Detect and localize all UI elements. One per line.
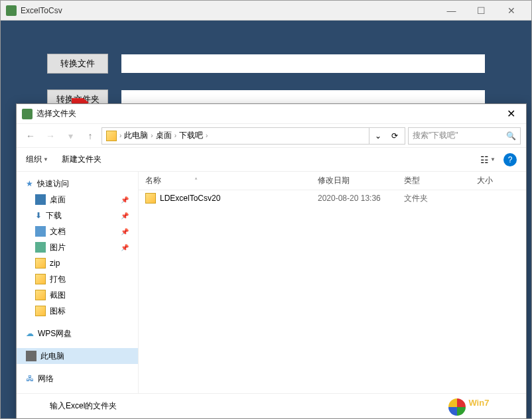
column-size[interactable]: 大小 [470,175,510,186]
app-titlebar: ExcelToCsv — ☐ ✕ [1,1,531,21]
folder-dialog: 选择文件夹 ✕ ← → ▾ ↑ › 此电脑 › 桌面 › 下载吧 › ⌄ ⟳ 搜… [16,103,527,419]
folder-icon [106,131,117,141]
folder-icon [35,290,46,300]
breadcrumb-item[interactable]: 桌面 [156,130,172,141]
sidebar-item-folder[interactable]: 图标 [17,303,138,319]
chevron-right-icon: › [206,132,208,139]
chevron-right-icon: › [174,132,176,139]
nav-forward-button[interactable]: → [42,127,59,145]
address-bar[interactable]: › 此电脑 › 桌面 › 下载吧 › ⌄ ⟳ [101,127,405,145]
watermark-text: Win7系统之家 Www.Winwin7.com [468,398,525,416]
help-button[interactable]: ? [503,153,517,166]
dialog-titlebar: 选择文件夹 ✕ [17,104,526,124]
folder-icon [35,274,46,284]
pin-icon: 📌 [121,244,129,251]
network-icon: 🖧 [26,374,34,383]
file-date: 2020-08-20 13:36 [311,194,397,203]
file-row[interactable]: LDExcelToCsv20 2020-08-20 13:36 文件夹 [139,190,526,206]
sidebar-item-documents[interactable]: 文档 📌 [17,223,138,239]
dialog-icon [22,109,33,119]
sort-indicator-icon: ˄ [194,177,198,184]
column-name[interactable]: 名称 ˄ [139,175,311,186]
dialog-toolbar: 组织 ▼ 新建文件夹 ☷ ▼ ? [17,148,526,172]
column-headers: 名称 ˄ 修改日期 类型 大小 [139,172,526,190]
organize-button[interactable]: 组织 ▼ [26,154,48,165]
sidebar-item-pictures[interactable]: 图片 📌 [17,239,138,255]
download-icon: ⬇ [35,211,42,220]
pin-icon: 📌 [121,212,129,219]
watermark-logo [448,398,466,416]
desktop-icon [35,194,46,205]
search-input[interactable]: 搜索"下载吧" 🔍 [408,127,521,145]
sidebar-item-desktop[interactable]: 桌面 📌 [17,192,138,208]
close-button[interactable]: ✕ [496,1,526,20]
file-name: LDExcelToCsv20 [160,194,220,203]
pin-icon: 📌 [121,196,129,204]
file-area: 名称 ˄ 修改日期 类型 大小 LDExcelToCsv20 2020-08-2… [139,172,526,393]
nav-recent-button[interactable]: ▾ [62,127,79,145]
refresh-icon[interactable]: ⟳ [389,131,401,141]
address-dropdown-button[interactable]: ⌄ [369,128,386,144]
star-icon: ★ [26,179,33,188]
app-title: ExcelToCsv [21,6,436,15]
column-date[interactable]: 修改日期 [311,175,397,186]
breadcrumb-item[interactable]: 此电脑 [124,130,148,141]
dialog-title: 选择文件夹 [36,108,501,119]
footer-label: 输入Excel的文件夹 [50,400,117,412]
dialog-nav: ← → ▾ ↑ › 此电脑 › 桌面 › 下载吧 › ⌄ ⟳ 搜索"下载吧" 🔍 [17,124,526,148]
sidebar: ★ 快速访问 桌面 📌 ⬇ 下载 📌 文档 📌 图片 📌 [17,172,139,393]
pc-icon [26,351,36,361]
view-options-button[interactable]: ☷ ▼ [480,154,496,165]
folder-icon [35,258,46,269]
app-body: 转换文件 转换文件夹 [1,21,531,109]
convert-file-row: 转换文件 [47,54,485,74]
nav-back-button[interactable]: ← [22,127,39,145]
file-path-input[interactable] [121,54,485,73]
sidebar-item-folder[interactable]: 截图 [17,287,138,303]
pin-icon: 📌 [121,228,129,235]
sidebar-item-downloads[interactable]: ⬇ 下载 📌 [17,208,138,223]
folder-icon [35,306,46,316]
maximize-button[interactable]: ☐ [466,1,496,20]
sidebar-item-folder[interactable]: 打包 [17,271,138,287]
sidebar-quick-access[interactable]: ★ 快速访问 [17,176,138,192]
sidebar-wps[interactable]: ☁ WPS网盘 [17,326,138,341]
file-list: LDExcelToCsv20 2020-08-20 13:36 文件夹 [139,190,526,393]
watermark: Win7系统之家 Www.Winwin7.com [448,398,525,416]
chevron-down-icon: ▼ [490,156,496,162]
chevron-right-icon: › [119,132,121,139]
picture-icon [35,242,46,253]
window-controls: — ☐ ✕ [436,1,526,20]
search-icon: 🔍 [506,131,516,141]
convert-file-button[interactable]: 转换文件 [47,54,108,74]
dialog-close-button[interactable]: ✕ [501,105,521,123]
document-icon [35,226,46,237]
file-type: 文件夹 [397,193,470,204]
sidebar-this-pc[interactable]: 此电脑 [17,348,138,364]
dialog-main: ★ 快速访问 桌面 📌 ⬇ 下载 📌 文档 📌 图片 📌 [17,172,526,393]
chevron-down-icon: ▼ [43,156,48,162]
app-icon [6,5,17,16]
new-folder-button[interactable]: 新建文件夹 [62,154,101,165]
nav-up-button[interactable]: ↑ [82,127,99,145]
folder-icon [145,193,156,204]
minimize-button[interactable]: — [436,1,466,20]
cloud-icon: ☁ [26,329,34,338]
column-type[interactable]: 类型 [397,175,470,186]
sidebar-network[interactable]: 🖧 网络 [17,371,138,387]
chevron-right-icon: › [151,132,153,139]
search-placeholder: 搜索"下载吧" [413,130,458,141]
sidebar-item-folder[interactable]: zip [17,255,138,271]
breadcrumb-item[interactable]: 下载吧 [179,130,203,141]
